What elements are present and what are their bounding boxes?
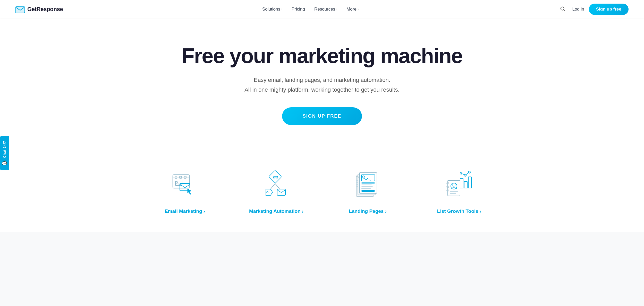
svg-rect-24 <box>361 182 375 183</box>
svg-rect-32 <box>356 184 358 185</box>
list-growth-tools-link[interactable]: List Growth Tools › <box>437 208 481 214</box>
hero-cta-button[interactable]: SIGN UP FREE <box>282 107 362 125</box>
svg-point-14 <box>276 178 277 179</box>
marketing-automation-link[interactable]: Marketing Automation › <box>249 208 303 214</box>
svg-rect-26 <box>361 186 373 187</box>
landing-pages-link[interactable]: Landing Pages › <box>349 208 386 214</box>
hero-subtitle-line1: Easy email, landing pages, and marketing… <box>254 77 390 83</box>
feature-landing-pages: Landing Pages › <box>325 161 411 222</box>
hero-subtitle: Easy email, landing pages, and marketing… <box>10 75 634 94</box>
svg-rect-31 <box>356 182 358 183</box>
svg-rect-39 <box>468 177 471 188</box>
feature-list-growth-tools: List Growth Tools › <box>416 161 502 222</box>
features-grid: Email Marketing › <box>142 161 502 222</box>
chevron-icon: › <box>358 7 359 11</box>
chevron-right-icon: › <box>480 208 481 214</box>
svg-rect-45 <box>450 193 456 194</box>
svg-line-15 <box>270 183 275 189</box>
list-growth-tools-icon <box>441 166 477 202</box>
chevron-right-icon: › <box>302 208 303 214</box>
svg-point-17 <box>267 191 268 193</box>
feature-email-marketing: Email Marketing › <box>142 161 228 222</box>
logo-text: GetResponse <box>27 6 63 13</box>
svg-rect-44 <box>450 191 458 192</box>
nav-item-solutions[interactable]: Solutions › <box>259 5 286 14</box>
svg-line-3 <box>564 10 565 11</box>
svg-rect-38 <box>464 181 467 188</box>
svg-rect-27 <box>361 188 371 189</box>
navbar: GetResponse Solutions › Pricing Resource… <box>0 0 644 19</box>
logo-icon <box>15 6 25 13</box>
svg-rect-28 <box>361 190 375 192</box>
marketing-automation-icon <box>258 166 294 202</box>
svg-line-16 <box>275 183 280 189</box>
chat-icon: 💬 <box>2 160 7 165</box>
chevron-right-icon: › <box>385 208 386 214</box>
login-link[interactable]: Log in <box>572 7 584 12</box>
svg-rect-37 <box>460 178 463 188</box>
email-marketing-link[interactable]: Email Marketing › <box>165 208 205 214</box>
chevron-right-icon: › <box>204 208 205 214</box>
features-section: Email Marketing › <box>0 146 644 232</box>
hero-subtitle-line2: All in one mighty platform, working toge… <box>244 86 400 93</box>
chat-label: Chat 24/7 <box>3 141 6 158</box>
svg-rect-30 <box>356 180 358 181</box>
email-marketing-icon <box>167 166 203 202</box>
nav-item-more[interactable]: More › <box>343 5 362 14</box>
chevron-icon: › <box>281 7 282 11</box>
nav-item-pricing[interactable]: Pricing <box>288 5 309 14</box>
hero-title: Free your marketing machine <box>10 44 634 67</box>
nav-actions: Log in Sign up free <box>558 4 629 15</box>
svg-rect-33 <box>356 186 358 187</box>
landing-pages-icon <box>350 166 386 202</box>
nav-item-resources[interactable]: Resources › <box>311 5 341 14</box>
chat-widget[interactable]: 💬 Chat 24/7 <box>0 136 9 170</box>
nav-links: Solutions › Pricing Resources › More › <box>259 5 362 14</box>
search-button[interactable] <box>558 5 567 14</box>
svg-point-13 <box>274 178 275 179</box>
search-icon <box>560 6 565 12</box>
logo-link[interactable]: GetResponse <box>15 6 63 13</box>
svg-point-10 <box>176 181 177 183</box>
hero-section: Free your marketing machine Easy email, … <box>0 19 644 146</box>
signup-button[interactable]: Sign up free <box>589 4 629 15</box>
svg-rect-25 <box>361 185 372 185</box>
feature-marketing-automation: Marketing Automation › <box>233 161 319 222</box>
chevron-icon: › <box>336 7 337 11</box>
svg-rect-12 <box>268 170 282 183</box>
